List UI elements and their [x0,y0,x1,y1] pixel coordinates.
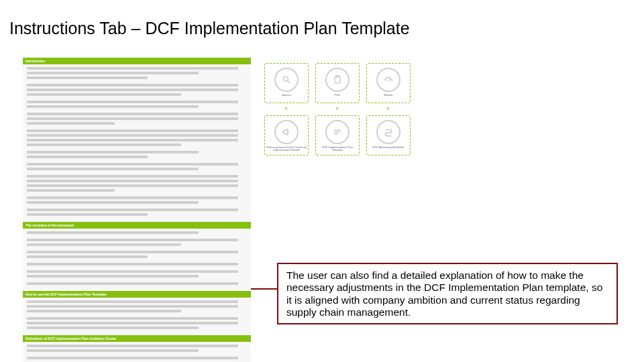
section-body-howto [23,298,251,335]
diagram-box-plan-template: DCF Implementation Plan Template [315,115,360,156]
section-header-structure: The structure of the document [23,222,251,229]
search-icon [274,68,299,92]
diagram-label: Monitor [367,94,410,97]
svg-line-1 [288,81,290,84]
doc-page: Introduction [23,58,251,362]
diagram-label: DCF Implementation Plan Template [316,146,359,152]
megaphone-icon [274,120,299,144]
list-icon [325,120,350,144]
gauge-icon [376,68,400,92]
path-icon [376,120,400,144]
process-diagram: Assess Plan Monitor ▾ ▾ ▾ S [264,62,439,162]
section-body-definitions [23,342,251,362]
diagram-label: Plan [316,94,359,97]
section-header-howto: How to use the DCF Implementation Plan T… [23,291,251,298]
section-body-structure [23,229,251,291]
svg-point-0 [283,76,288,81]
diagram-label: Self-assessment Tool & Summary of Assess… [265,146,308,152]
diagram-box-monitoring-workbook: DCF Monitoring Workbook [366,115,411,156]
slide-title: Instructions Tab – DCF Implementation Pl… [9,19,410,38]
svg-line-4 [388,79,390,81]
slide: Instructions Tab – DCF Implementation Pl… [0,0,644,362]
section-header-definitions: Definitions of DCF Implementation Plan A… [23,335,251,342]
arrow-down-icon: ▾ [282,105,289,111]
diagram-box-assessment-tool: Self-assessment Tool & Summary of Assess… [264,115,309,156]
section-body-intro [23,64,251,222]
diagram-box-assess: Assess [264,63,309,103]
section-header-intro: Introduction [23,58,251,64]
callout-text: The user can also find a detailed explan… [286,269,602,318]
arrow-down-icon: ▾ [384,105,391,111]
clipboard-icon [325,68,350,92]
callout-box: The user can also find a detailed explan… [277,263,618,324]
diagram-box-plan: Plan [315,63,360,103]
callout-leader-line [251,288,277,290]
diagram-box-monitor: Monitor [366,63,411,103]
diagram-label: Assess [265,94,308,97]
arrow-down-icon: ▾ [333,105,340,111]
diagram-label: DCF Monitoring Workbook [367,146,410,149]
